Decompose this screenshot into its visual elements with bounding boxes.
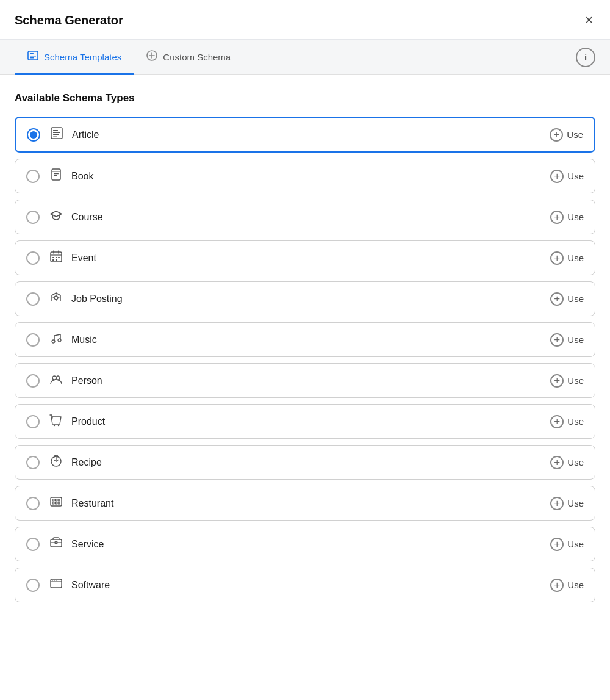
template-icon [27,49,39,65]
template-svg [27,49,39,62]
svg-rect-33 [51,497,62,506]
svg-rect-22 [58,257,60,258]
radio-course [26,211,40,224]
tab-schema-templates[interactable]: Schema Templates [15,40,134,75]
svg-rect-1 [30,53,34,54]
job-posting-icon [48,290,64,307]
radio-book [26,170,40,183]
plus-circle-icon: + [550,415,564,428]
header: Schema Generator × [0,0,610,40]
svg-point-47 [56,580,57,581]
use-product-button[interactable]: + Use [550,415,584,428]
tab-templates-label: Schema Templates [44,52,121,62]
svg-point-30 [54,425,55,426]
svg-rect-9 [53,132,60,134]
music-label: Music [71,334,550,345]
svg-rect-37 [52,502,54,504]
schema-item-recipe[interactable]: Recipe + Use [15,445,595,480]
close-button[interactable]: × [583,11,595,29]
use-article-button[interactable]: + Use [550,128,583,142]
schema-list: Article + Use Book + Use [15,117,595,602]
use-software-label: Use [567,580,584,590]
service-icon [48,536,64,552]
schema-item-software[interactable]: Software + Use [15,568,595,602]
use-job-posting-label: Use [567,294,584,304]
svg-rect-3 [30,57,34,59]
use-book-label: Use [567,171,584,181]
radio-product [26,415,40,428]
svg-rect-14 [54,173,59,174]
svg-point-25 [54,296,58,300]
use-event-button[interactable]: + Use [550,251,584,265]
restaurant-icon [48,495,64,511]
course-label: Course [71,212,550,223]
radio-music [26,333,40,347]
radio-recipe [26,456,40,469]
use-software-button[interactable]: + Use [550,579,584,592]
plus-circle-icon: + [550,374,564,388]
use-job-posting-button[interactable]: + Use [550,292,584,306]
use-person-button[interactable]: + Use [550,374,584,388]
schema-item-job-posting[interactable]: Job Posting + Use [15,281,595,316]
use-course-button[interactable]: + Use [550,211,584,224]
tab-custom-schema[interactable]: Custom Schema [134,40,243,75]
plus-circle-icon: + [550,497,564,510]
event-label: Event [71,253,550,264]
plus-circle-icon: + [550,211,564,224]
use-restaurant-button[interactable]: + Use [550,497,584,510]
svg-rect-34 [52,499,54,501]
svg-rect-38 [56,502,57,504]
svg-rect-2 [30,56,36,57]
svg-rect-35 [56,499,57,501]
use-course-label: Use [567,212,584,222]
svg-rect-39 [58,502,60,504]
use-music-label: Use [567,334,584,345]
main-content: Available Schema Types Article + Use [0,75,610,617]
schema-item-music[interactable]: Music + Use [15,322,595,357]
schema-item-course[interactable]: Course + Use [15,200,595,234]
course-icon [48,209,64,225]
use-person-label: Use [567,375,584,386]
svg-point-45 [52,580,53,581]
plus-circle-icon: + [550,333,564,347]
radio-software [26,579,40,592]
svg-rect-10 [53,134,59,135]
schema-item-book[interactable]: Book + Use [15,159,595,193]
schema-item-event[interactable]: Event + Use [15,240,595,275]
book-label: Book [71,171,550,182]
radio-article [27,128,40,142]
info-button[interactable]: i [576,48,595,67]
restaurant-label: Resturant [71,498,550,509]
use-music-button[interactable]: + Use [550,333,584,347]
music-icon [48,331,64,348]
section-title: Available Schema Types [15,92,595,104]
use-service-button[interactable]: + Use [550,538,584,551]
person-label: Person [71,375,550,386]
dialog-title: Schema Generator [15,13,123,27]
use-book-button[interactable]: + Use [550,170,584,183]
svg-point-28 [52,376,56,380]
schema-item-person[interactable]: Person + Use [15,363,595,398]
info-icon: i [584,52,587,62]
schema-item-service[interactable]: Service + Use [15,527,595,561]
schema-item-restaurant[interactable]: Resturant + Use [15,486,595,521]
recipe-icon [48,454,64,471]
event-icon [48,250,64,266]
use-restaurant-label: Use [567,498,584,508]
tab-bar: Schema Templates Custom Schema i [0,40,610,75]
schema-item-product[interactable]: Product + Use [15,404,595,439]
plus-circle-svg [146,49,158,62]
svg-rect-12 [52,169,60,180]
plus-circle-icon: + [550,170,564,183]
plus-circle-icon: + [550,292,564,306]
use-recipe-button[interactable]: + Use [550,456,584,469]
use-service-label: Use [567,539,584,549]
plus-circle-icon: + [550,538,564,551]
custom-schema-icon [146,49,158,65]
person-icon [48,372,64,389]
plus-circle-icon: + [550,128,563,142]
schema-item-article[interactable]: Article + Use [15,117,595,153]
radio-restaurant [26,497,40,510]
article-label: Article [72,129,550,140]
software-label: Software [71,580,550,591]
